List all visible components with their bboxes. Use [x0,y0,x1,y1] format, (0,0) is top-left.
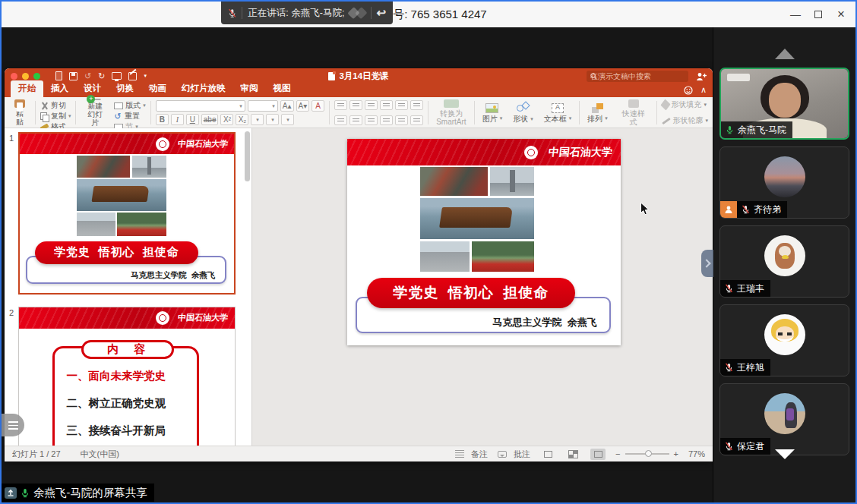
subscript-button[interactable]: X₂ [236,114,248,125]
feedback-smiley-icon[interactable] [684,86,693,95]
quick-styles-button[interactable]: 快速样式 [615,99,652,126]
cut-button[interactable]: 剪切 [40,100,71,111]
tab-transitions[interactable]: 切换 [109,80,141,97]
slide-sorter-view-button[interactable] [565,449,580,460]
shrink-font-button[interactable]: A▾ [296,100,310,112]
mac-close-icon[interactable] [11,73,17,80]
underline-button[interactable]: U [186,114,199,125]
numbering-button[interactable] [349,100,362,110]
smartart-icon [444,99,459,108]
customize-qat-icon[interactable]: ▾ [144,73,147,79]
layout-button[interactable]: 版式▾ [114,100,146,111]
collapse-ribbon-icon[interactable]: ∧ [700,85,707,95]
active-speaker-toast[interactable]: 正在讲话: 余燕飞-马院; ↩ [221,2,393,24]
zoom-in-button[interactable]: + [674,449,678,458]
photo-garden [117,213,166,236]
new-slide-button[interactable]: 新建幻灯片 [81,99,109,126]
tab-review[interactable]: 审阅 [233,80,266,97]
paste-button[interactable]: 粘贴 [9,99,30,126]
participant-tile-baodingjun[interactable]: 保定君 [719,383,849,455]
decrease-indent-button[interactable] [365,100,378,110]
grow-font-button[interactable]: A▴ [280,100,294,112]
scroll-up-arrow[interactable] [775,49,795,59]
character-spacing-button[interactable]: ▾ [251,114,264,125]
participant-tile-wangruifeng[interactable]: 王瑞丰 [719,225,849,298]
participant-tile-qidaidi[interactable]: 齐待弟 [719,146,849,219]
font-size-select[interactable]: ▾ [248,100,278,112]
tab-insert[interactable]: 插入 [43,80,76,97]
search-box[interactable]: 在演示文稿中搜索 [587,71,688,82]
tab-slideshow[interactable]: 幻灯片放映 [174,80,233,97]
mouse-cursor [640,202,650,219]
copy-button[interactable]: 复制▾ [40,111,71,121]
logo-ghost-icon [355,7,367,19]
columns-button[interactable] [410,100,423,110]
thumbnail-scrollbar[interactable] [245,131,250,181]
shape-outline-label: 形状轮廓 [673,115,704,126]
justify-button[interactable] [380,115,393,125]
start-slideshow-icon[interactable] [112,72,122,80]
clear-formatting-button[interactable]: A [311,100,324,112]
shape-outline-button[interactable]: 形状轮廓▾ [662,115,709,126]
convert-smartart-button[interactable]: 转换为SmartArt [433,99,469,126]
zoom-slider-track[interactable] [625,453,669,455]
maximize-button[interactable] [807,2,830,27]
mac-zoom-icon[interactable] [33,73,40,80]
arrange-button[interactable]: 排列▾ [584,99,611,126]
textbox-button[interactable]: A 文本框▾ [541,99,575,126]
slide-thumbnail-1[interactable]: 中国石油大学 马克思主义学院 余燕飞 [18,132,236,295]
mic-muted-icon [725,362,733,373]
tab-animations[interactable]: 动画 [141,80,174,97]
minimize-button[interactable]: — [784,2,807,27]
text-direction-button[interactable] [395,115,408,125]
shapes-button[interactable]: 形状▾ [510,99,536,126]
undo-icon[interactable]: ↺ [84,71,91,81]
restore-toolbar-icon[interactable]: ↩ [376,6,386,20]
notes-toggle[interactable]: 备注 [455,449,488,460]
mac-minimize-icon[interactable] [22,73,29,80]
annotation-tools-button[interactable] [2,414,24,436]
slideshow-view-button[interactable] [590,449,606,460]
participant-tile-yuyanfei[interactable]: 余燕飞-马院 [719,68,849,140]
shape-fill-button[interactable]: 形状填充▾ [662,99,709,110]
align-left-button[interactable] [334,115,347,125]
redo-icon[interactable]: ↻ [98,71,105,81]
participant-avatar [764,314,805,355]
italic-button[interactable]: I [171,114,184,125]
share-presentation-icon[interactable] [696,71,707,84]
participant-tile-wangzixu[interactable]: 王梓旭 [719,304,849,376]
zoom-percentage[interactable]: 77% [688,449,705,458]
close-button[interactable]: × [830,2,852,27]
slide-thumbnail-2[interactable]: 中国石油大学 内 容 一、面向未来学党史 二、树立正确党史观 三、接续奋斗开新局 [18,307,236,446]
sidebar-collapse-handle[interactable] [701,250,713,277]
save-icon[interactable] [69,72,77,80]
mic-muted-icon [228,8,236,19]
scroll-down-arrow[interactable] [775,449,795,459]
align-center-button[interactable] [349,115,362,125]
normal-view-button[interactable] [540,449,555,460]
line-spacing-button[interactable] [395,100,408,110]
picture-button[interactable]: 图片▾ [479,99,506,126]
increase-indent-button[interactable] [380,100,393,110]
new-presentation-icon[interactable] [55,71,62,80]
ink-tools-icon[interactable] [128,72,137,80]
font-name-select[interactable]: ▾ [156,100,245,112]
change-case-button[interactable]: ▾ [266,114,279,125]
align-text-button[interactable] [410,115,423,125]
current-slide[interactable]: 中国石油大学 马克思主义学院 余燕飞 [347,139,621,345]
zoom-out-button[interactable]: − [615,449,620,458]
align-right-button[interactable] [365,115,378,125]
mic-muted-icon [742,204,750,215]
superscript-button[interactable]: X² [220,114,233,125]
reset-button[interactable]: ↺重置 [114,111,146,121]
language-indicator[interactable]: 中文(中国) [81,449,119,460]
zoom-slider-knob[interactable] [645,450,652,457]
bullets-button[interactable] [334,100,347,110]
strikethrough-button[interactable]: abe [201,114,219,125]
screen-share-banner: 余燕飞-马院的屏幕共享 [2,484,154,502]
tab-view[interactable]: 视图 [266,80,299,97]
font-color-button[interactable]: ▾ [281,114,294,125]
comments-toggle[interactable]: 批注 [498,449,530,460]
bold-button[interactable]: B [156,114,169,125]
tab-home[interactable]: 开始 [11,80,43,97]
